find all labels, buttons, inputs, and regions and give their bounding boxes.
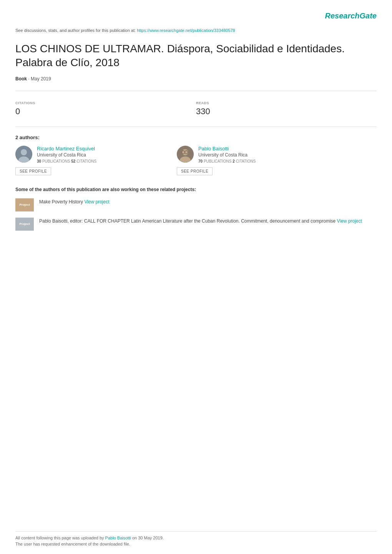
footer-uploader-link[interactable]: Pablo Baisotti — [105, 536, 131, 540]
header: ResearchGate — [15, 8, 377, 28]
author1-pub-count: 30 — [37, 159, 41, 163]
project-1-view-link[interactable]: View project — [84, 199, 109, 205]
authors-grid: Ricardo Martinez Esquivel University of … — [15, 146, 377, 175]
citations-label: CITATIONS — [15, 101, 196, 105]
author-institution-2: University of Costa Rica — [198, 152, 256, 158]
project-thumbnail-label-2: Project — [19, 222, 30, 226]
stats-row: CITATIONS 0 READS 330 — [15, 97, 377, 120]
author-name-2[interactable]: Pablo Baisotti — [198, 146, 256, 151]
author-info-1: Ricardo Martinez Esquivel University of … — [37, 146, 96, 163]
reads-block: READS 330 — [196, 97, 377, 120]
project-1-text-before: Make Poverty History — [39, 199, 84, 205]
top-notice-text: See discussions, stats, and author profi… — [15, 28, 137, 33]
publication-title: LOS CHINOS DE ULTRAMAR. Diáspora, Sociab… — [15, 42, 377, 70]
book-date: May 2019 — [31, 76, 51, 82]
author-avatar-2 — [177, 146, 194, 163]
stats-divider — [15, 91, 377, 91]
author-info-2: Pablo Baisotti University of Costa Rica … — [198, 146, 256, 163]
author1-pub-label: PUBLICATIONS — [42, 159, 71, 163]
project-thumbnail-2: Project — [15, 218, 34, 231]
citations-block: CITATIONS 0 — [15, 97, 196, 120]
author1-cit-label: CITATIONS — [76, 159, 96, 163]
authors-heading: 2 authors: — [15, 135, 377, 140]
author-name-1[interactable]: Ricardo Martinez Esquivel — [37, 146, 96, 151]
reads-label: READS — [196, 101, 377, 105]
author2-cit-label: CITATIONS — [236, 159, 256, 163]
footer-upload-before: All content following this page was uplo… — [15, 536, 105, 540]
svg-point-4 — [182, 149, 188, 155]
reads-value: 330 — [196, 106, 377, 116]
author2-pub-label: PUBLICATIONS — [204, 159, 233, 163]
author2-cit-count: 2 — [233, 159, 235, 163]
project-thumbnail-label-1: Project — [19, 203, 30, 206]
author-stats-1: 30 PUBLICATIONS 52 CITATIONS — [37, 159, 96, 163]
top-notice: See discussions, stats, and author profi… — [15, 28, 377, 33]
book-separator: · — [28, 76, 31, 82]
author-institution-1: University of Costa Rica — [37, 152, 96, 158]
author-row-1: Ricardo Martinez Esquivel University of … — [15, 146, 161, 163]
project-2-text-before: Pablo Baisotti, editor: CALL FOR CHAPTER… — [39, 218, 337, 224]
project-text-2: Pablo Baisotti, editor: CALL FOR CHAPTER… — [39, 218, 377, 225]
brand-logo: ResearchGate — [325, 12, 377, 20]
footer-upload-text: All content following this page was uplo… — [15, 536, 377, 540]
related-projects-heading: Some of the authors of this publication … — [15, 187, 377, 192]
project-2-view-link[interactable]: View project — [337, 218, 362, 224]
author-card-1: Ricardo Martinez Esquivel University of … — [15, 146, 161, 175]
footer-upload-after: on 30 May 2019. — [131, 536, 164, 540]
book-badge: Book · May 2019 — [15, 76, 377, 82]
project-thumbnail-1: Project — [15, 198, 34, 211]
project-text-1: Make Poverty History View project — [39, 198, 377, 205]
author-avatar-1 — [15, 146, 32, 163]
author1-cit-count: 52 — [71, 159, 75, 163]
author-card-2: Pablo Baisotti University of Costa Rica … — [177, 146, 323, 175]
project-row-2: Project Pablo Baisotti, editor: CALL FOR… — [15, 218, 377, 231]
author2-pub-count: 70 — [198, 159, 203, 163]
related-projects-section: Some of the authors of this publication … — [15, 187, 377, 231]
footer-note: The user has requested enhancement of th… — [15, 542, 377, 546]
footer-divider — [15, 531, 377, 532]
authors-divider — [15, 126, 377, 127]
author-stats-2: 70 PUBLICATIONS 2 CITATIONS — [198, 159, 256, 163]
see-profile-button-1[interactable]: SEE PROFILE — [15, 167, 51, 175]
author-row-2: Pablo Baisotti University of Costa Rica … — [177, 146, 323, 163]
project-row-1: Project Make Poverty History View projec… — [15, 198, 377, 211]
see-profile-button-2[interactable]: SEE PROFILE — [177, 167, 213, 175]
page-footer: All content following this page was uplo… — [15, 531, 377, 546]
publication-link[interactable]: https://www.researchgate.net/publication… — [137, 28, 235, 33]
citations-value: 0 — [15, 106, 196, 116]
book-label: Book — [15, 76, 27, 82]
svg-point-1 — [21, 149, 27, 155]
